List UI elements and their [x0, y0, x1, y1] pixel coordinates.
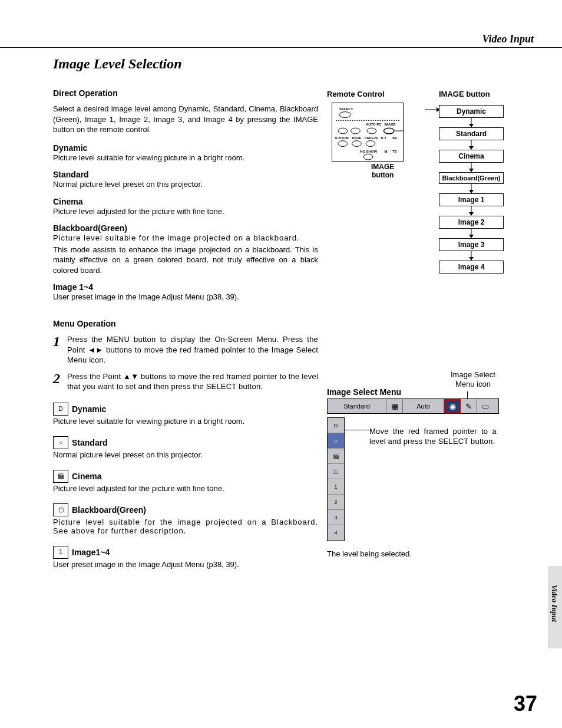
- step-row: 1 Press the MENU button to display the O…: [53, 334, 318, 365]
- svg-text:P-T: P-T: [381, 136, 387, 140]
- svg-text:D.ZOOM: D.ZOOM: [335, 136, 349, 140]
- cinema-icon: 🎬: [53, 470, 68, 483]
- step-body: Press the MENU button to display the On-…: [67, 334, 318, 365]
- menu-top-bar: Standard ▦ Auto ◉ ✎ ▭: [327, 398, 499, 414]
- svg-point-13: [338, 141, 348, 147]
- menu-row-selected: ○: [328, 433, 344, 449]
- remote-illustration: SELECT AUTO PC IMAGE D.ZOOM PAGE FREEZE …: [332, 103, 404, 162]
- def-title: Standard: [53, 170, 318, 179]
- icon-label: Standard: [72, 438, 108, 447]
- svg-marker-34: [469, 235, 474, 238]
- def-body: Normal picture level preset on this proj…: [53, 179, 318, 190]
- svg-marker-26: [469, 146, 474, 150]
- ladder-item: Dynamic: [439, 105, 504, 118]
- icon-row: 🎬 Cinema: [53, 470, 318, 483]
- image-select-menu-title: Image Select Menu: [327, 387, 401, 397]
- def-body: User preset image in the Image Adjust Me…: [53, 292, 318, 302]
- menu-current: Standard: [328, 399, 386, 413]
- side-tab-label: Video Input: [550, 585, 559, 622]
- ladder-item: Cinema: [439, 150, 504, 163]
- svg-text:AUTO PC: AUTO PC: [366, 123, 382, 126]
- menu-row: ▢: [328, 464, 344, 479]
- blackboard-icon: ▢: [53, 503, 68, 516]
- selected-note: The level being selected.: [327, 549, 412, 558]
- icon-desc: Picture level suitable for viewing pictu…: [53, 417, 318, 426]
- dynamic-icon: D: [53, 403, 68, 416]
- ladder-item: Image 1: [439, 193, 504, 206]
- page-title: Image Level Selection: [53, 56, 318, 72]
- icon-label: Blackboard(Green): [72, 505, 146, 515]
- def-title: Cinema: [53, 197, 318, 206]
- def-title: Dynamic: [53, 143, 318, 153]
- image-button-caption: IMAGEbutton: [371, 163, 394, 180]
- def-title: Image 1~4: [53, 282, 318, 292]
- svg-marker-36: [469, 257, 474, 261]
- def-body: This mode assists to enhance the image p…: [53, 245, 318, 276]
- ladder-item: Image 3: [439, 238, 504, 251]
- svg-point-19: [363, 154, 373, 160]
- header-section: Video Input: [482, 33, 534, 45]
- page-number: 37: [514, 691, 537, 716]
- pointer-explanation: Move the red framed pointer to a level a…: [369, 427, 497, 447]
- icon-desc: User preset image in the Image Adjust Me…: [53, 560, 318, 569]
- svg-point-14: [352, 141, 362, 147]
- icon-row: 1 Image1~4: [53, 546, 318, 559]
- icon-desc: Picture level adjusted for the picture w…: [53, 484, 318, 493]
- menu-icon: ▭: [477, 399, 494, 413]
- step-number: 1: [53, 334, 60, 365]
- svg-point-5: [351, 128, 361, 134]
- icon-desc: Normal picture level preset on this proj…: [53, 450, 318, 459]
- menu-row: 2: [328, 495, 344, 510]
- svg-point-6: [367, 128, 376, 134]
- def-body: Picture level suitable for viewing pictu…: [53, 153, 318, 163]
- ladder-item: Standard: [439, 127, 504, 140]
- menu-icon-label: Image SelectMenu icon: [451, 370, 495, 388]
- svg-marker-32: [469, 212, 474, 216]
- step-row: 2 Press the Point ▲▼ buttons to move the…: [53, 371, 318, 392]
- arrow-right-icon: [425, 106, 440, 113]
- svg-marker-24: [469, 124, 474, 127]
- svg-point-15: [366, 141, 375, 147]
- menu-mode: Auto: [403, 399, 444, 413]
- def-body: Picture level adjusted for the picture w…: [53, 206, 318, 217]
- svg-point-7: [384, 128, 394, 134]
- step-number: 2: [53, 371, 60, 392]
- main-column: Image Level Selection Direct Operation S…: [53, 56, 318, 572]
- menu-icon: ▦: [386, 399, 403, 413]
- direct-op-intro: Select a desired image level among Dynam…: [53, 104, 318, 135]
- arrow-down-icon: [439, 229, 504, 238]
- svg-marker-28: [469, 169, 474, 172]
- arrow-down-icon: [439, 163, 504, 172]
- header-rule: [0, 47, 562, 48]
- image14-icon: 1: [53, 546, 68, 559]
- icon-label: Image1~4: [72, 548, 110, 557]
- leader-line: [345, 430, 369, 430]
- menu-row: D: [328, 418, 344, 433]
- svg-text:NO SHOW: NO SHOW: [360, 150, 377, 153]
- menu-row: 3: [328, 510, 344, 525]
- svg-text:IMAGE: IMAGE: [384, 123, 395, 126]
- image-button-ladder: Dynamic Standard Cinema Blackboard(Green…: [439, 105, 504, 274]
- icon-desc: Picture level suitable for the image pro…: [53, 518, 318, 535]
- arrow-down-icon: [439, 206, 504, 216]
- svg-text:FREEZE: FREEZE: [365, 136, 378, 140]
- standard-icon: ○: [53, 436, 68, 449]
- svg-text:PAGE: PAGE: [352, 136, 362, 140]
- icon-label: Dynamic: [72, 404, 106, 414]
- right-column: Remote Control IMAGE button SELECT AUTO …: [327, 90, 510, 98]
- def-body: Picture level suitable for the image pro…: [53, 233, 318, 243]
- direct-op-heading: Direct Operation: [53, 88, 318, 98]
- svg-text:TE: TE: [392, 150, 397, 153]
- svg-text:M: M: [384, 150, 387, 153]
- icon-label: Cinema: [72, 472, 102, 481]
- arrow-down-icon: [439, 118, 504, 127]
- icon-row: ○ Standard: [53, 436, 318, 449]
- ladder-item: Blackboard(Green): [439, 172, 504, 184]
- arrow-down-icon: [439, 184, 504, 193]
- select-label: SELECT: [339, 107, 353, 111]
- arrow-down-icon: [439, 251, 504, 261]
- arrow-down-icon: [439, 140, 504, 150]
- def-title: Blackboard(Green): [53, 223, 318, 233]
- svg-point-0: [339, 112, 351, 118]
- image-button-title: IMAGE button: [439, 90, 490, 98]
